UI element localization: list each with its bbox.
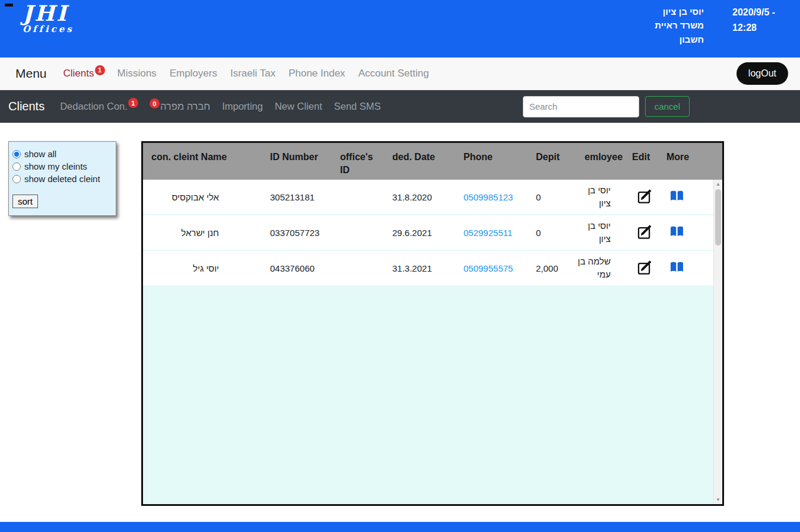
cell-more (658, 226, 713, 239)
cell-client-name: יוסי גיל (143, 263, 262, 273)
open-book-icon (670, 226, 684, 239)
menu-item-phone-index[interactable]: Phone Index (288, 68, 345, 79)
cell-employee: שלמה בן עמי (576, 255, 624, 282)
main-menu-bar: Menu Clients1 Missions Employers Israeli… (0, 58, 800, 90)
filter-show-my-clients-radio[interactable] (12, 163, 21, 171)
filter-panel: show all show my cleints show deleted cl… (8, 141, 116, 216)
cell-employee: יוסי בן ציון (576, 184, 624, 211)
cell-edit (624, 223, 658, 243)
clients-count-badge: 1 (95, 65, 105, 75)
menu-item-clients[interactable]: Clients1 (64, 68, 104, 79)
table-header-row: con. cleint Name ID Number office's ID d… (143, 143, 722, 180)
open-book-icon (670, 262, 684, 275)
dedaction-count-badge: 1 (128, 98, 138, 108)
scrollbar-thumb[interactable] (715, 189, 721, 246)
phone-link[interactable]: 0529925511 (464, 228, 512, 238)
subnav-search-area: cancel (523, 96, 792, 117)
cell-ded-date: 29.6.2021 (384, 228, 455, 238)
top-header: JHI Offices יוסי בן ציון משרד ראיית חשבו… (0, 0, 800, 58)
filter-show-deleted-clients-radio[interactable] (12, 175, 21, 183)
filter-show-all[interactable]: show all (12, 149, 112, 159)
filter-show-my-clients[interactable]: show my cleints (12, 161, 112, 171)
cell-edit (624, 187, 658, 207)
edit-pencil-icon (636, 259, 655, 278)
table-row: אלי אבוקסיס 305213181 31.8.2020 05099851… (143, 180, 713, 214)
cell-depit: 0 (528, 192, 576, 202)
table-body: אלי אבוקסיס 305213181 31.8.2020 05099851… (143, 180, 713, 504)
sort-button[interactable]: sort (12, 195, 38, 208)
filter-show-all-radio[interactable] (12, 150, 21, 158)
app-logo[interactable]: JHI Offices (23, 2, 74, 34)
menu-item-account-setting[interactable]: Account Setting (358, 68, 429, 79)
filter-show-deleted-clients[interactable]: show deleted cleint (12, 174, 112, 184)
edit-button[interactable] (636, 223, 655, 243)
violating-company-count-badge: 0 (150, 98, 160, 109)
cell-more (658, 190, 713, 203)
cell-depit: 0 (528, 228, 576, 238)
clients-sub-nav: Clients Dedaction Con.1 0חברה מפרה Impor… (0, 90, 800, 123)
cell-more (658, 262, 713, 275)
cell-id-number: 305213181 (262, 192, 332, 202)
cell-phone: 0529925511 (455, 228, 528, 238)
cell-depit: 2,000 (528, 263, 576, 273)
col-header-more: More (658, 143, 722, 180)
cell-employee: יוסי בן ציון (576, 219, 624, 246)
subnav-item-dedaction-con[interactable]: Dedaction Con.1 (60, 101, 138, 113)
table-row: יוסי גיל 043376060 31.3.2021 0509955575 … (143, 251, 713, 285)
subnav-item-new-client[interactable]: New Client (275, 101, 322, 112)
subnav-item-send-sms[interactable]: Send SMS (334, 101, 381, 112)
subnav-item-importing[interactable]: Importing (222, 101, 263, 112)
subnav-title: Clients (8, 100, 45, 113)
phone-link[interactable]: 0509955575 (464, 263, 513, 273)
col-header-id-number: ID Number (262, 143, 332, 180)
cell-ded-date: 31.8.2020 (384, 192, 455, 202)
datetime-display: 2020/9/5 - 12:28 (732, 5, 792, 46)
clients-table: con. cleint Name ID Number office's ID d… (141, 141, 724, 506)
more-button[interactable] (670, 190, 684, 203)
col-header-depit: Depit (528, 143, 576, 180)
col-header-ded-date: ded. Date (384, 143, 455, 180)
scroll-down-arrow[interactable]: ▼ (714, 495, 722, 504)
table-row: חנן ישראל 0337057723 29.6.2021 052992551… (143, 215, 713, 250)
cell-client-name: חנן ישראל (143, 228, 262, 238)
cell-id-number: 0337057723 (262, 228, 332, 238)
filter-show-my-clients-label: show my cleints (24, 161, 87, 171)
menu-item-clients-label: Clients (64, 68, 94, 79)
minimize-dash (5, 4, 13, 7)
subnav-item-dedaction-label: Dedaction Con. (60, 101, 128, 112)
menu-item-employers[interactable]: Employers (170, 68, 217, 79)
logout-button[interactable]: logOut (736, 62, 788, 85)
cell-client-name: אלי אבוקסיס (143, 192, 262, 202)
cell-phone: 0509985123 (455, 192, 528, 202)
col-header-employee: emloyee (576, 143, 624, 180)
col-header-office-id: office's ID (332, 143, 384, 180)
menu-label: Menu (15, 66, 47, 81)
table-scrollbar[interactable]: ▲ ▼ (713, 180, 722, 504)
edit-button[interactable] (636, 187, 655, 207)
open-book-icon (670, 190, 684, 203)
edit-pencil-icon (636, 187, 655, 207)
edit-pencil-icon (636, 223, 655, 243)
menu-item-israeli-tax[interactable]: Israeli Tax (230, 68, 275, 79)
col-header-phone: Phone (455, 143, 528, 180)
phone-link[interactable]: 0509985123 (464, 192, 513, 202)
scroll-up-arrow[interactable]: ▲ (714, 180, 722, 189)
edit-button[interactable] (636, 259, 655, 278)
cell-id-number: 043376060 (262, 263, 332, 273)
cancel-button[interactable]: cancel (645, 96, 690, 117)
logo-text-offices: Offices (23, 24, 74, 34)
subnav-item-violating-company-label: חברה מפרה (160, 101, 210, 112)
more-button[interactable] (670, 262, 684, 275)
header-right-info: יוסי בן ציון משרד ראיית חשבון 2020/9/5 -… (652, 5, 792, 46)
cell-edit (624, 259, 658, 278)
search-input[interactable] (523, 96, 639, 117)
menu-item-missions[interactable]: Missions (118, 68, 157, 79)
filter-show-all-label: show all (24, 149, 56, 159)
user-office-info: יוסי בן ציון משרד ראיית חשבון (652, 5, 704, 46)
cell-phone: 0509955575 (455, 263, 528, 273)
logo-text-jhi: JHI (23, 2, 74, 25)
cell-ded-date: 31.3.2021 (384, 263, 455, 273)
col-header-name: con. cleint Name (143, 143, 262, 180)
more-button[interactable] (670, 226, 684, 239)
subnav-item-violating-company[interactable]: 0חברה מפרה (150, 101, 210, 113)
